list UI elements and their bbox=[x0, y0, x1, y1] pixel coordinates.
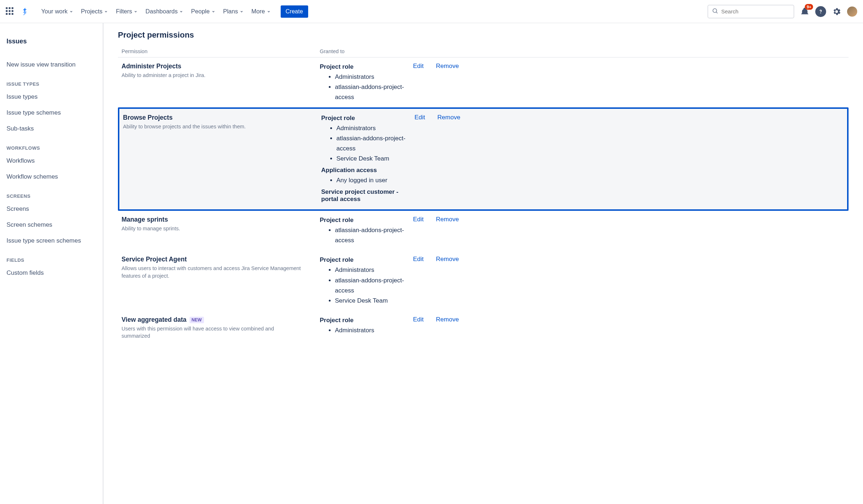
grant-heading: Project role bbox=[320, 63, 413, 71]
search-input[interactable] bbox=[721, 8, 790, 14]
header-icons: 9+ bbox=[799, 6, 857, 17]
notification-badge: 9+ bbox=[805, 4, 813, 10]
sidebar-heading: WORKFLOWS bbox=[7, 145, 96, 151]
svg-point-2 bbox=[821, 13, 821, 13]
sidebar-item-issue-types[interactable]: Issue types bbox=[7, 90, 96, 104]
sidebar-item-workflow-schemes[interactable]: Workflow schemes bbox=[7, 170, 96, 184]
sidebar: Issues New issue view transition ISSUE T… bbox=[0, 23, 103, 504]
grant-item: atlassian-addons-project-access bbox=[335, 276, 413, 296]
notifications-icon[interactable]: 9+ bbox=[799, 6, 810, 17]
sidebar-heading: FIELDS bbox=[7, 257, 96, 263]
remove-link[interactable]: Remove bbox=[436, 256, 459, 306]
remove-link[interactable]: Remove bbox=[436, 216, 459, 245]
grant-list: Administratorsatlassian-addons-project-a… bbox=[335, 72, 413, 102]
grant-item: Administrators bbox=[335, 325, 413, 336]
permission-desc: Ability to manage sprints. bbox=[122, 225, 302, 232]
permission-desc: Users with this permission will have acc… bbox=[122, 325, 302, 340]
nav-label: Your work bbox=[41, 8, 68, 15]
sidebar-item-custom-fields[interactable]: Custom fields bbox=[7, 266, 96, 280]
svg-point-0 bbox=[713, 9, 717, 13]
sidebar-item-workflows[interactable]: Workflows bbox=[7, 154, 96, 168]
grant-list: Administratorsatlassian-addons-project-a… bbox=[335, 265, 413, 306]
permission-row: Manage sprintsAbility to manage sprints.… bbox=[118, 211, 849, 251]
nav-label: Filters bbox=[116, 8, 132, 15]
sidebar-issues[interactable]: Issues bbox=[7, 34, 96, 49]
create-button[interactable]: Create bbox=[281, 5, 308, 18]
nav-more[interactable]: More bbox=[248, 6, 274, 17]
grant-heading: Service project customer - portal access bbox=[321, 188, 415, 203]
search-box[interactable] bbox=[707, 5, 794, 18]
sidebar-item-screen-schemes[interactable]: Screen schemes bbox=[7, 218, 96, 232]
grant-item: atlassian-addons-project-access bbox=[335, 225, 413, 245]
grant-heading: Project role bbox=[321, 115, 415, 122]
chevron-down-icon bbox=[69, 8, 73, 15]
permission-row: View aggregated dataNEWUsers with this p… bbox=[118, 311, 849, 345]
grant-item: Service Desk Team bbox=[335, 296, 413, 306]
permissions-table: Permission Granted to Administer Project… bbox=[118, 46, 849, 345]
grant-item: atlassian-addons-project-access bbox=[336, 133, 415, 154]
sidebar-item-sub-tasks[interactable]: Sub-tasks bbox=[7, 121, 96, 136]
grant-item: Any logged in user bbox=[336, 175, 415, 185]
remove-link[interactable]: Remove bbox=[436, 63, 459, 102]
permission-name: View aggregated dataNEW bbox=[122, 316, 320, 324]
sidebar-item-screens[interactable]: Screens bbox=[7, 202, 96, 216]
nav-dashboards[interactable]: Dashboards bbox=[142, 6, 187, 17]
remove-link[interactable]: Remove bbox=[436, 316, 459, 340]
grant-list: Administratorsatlassian-addons-project-a… bbox=[336, 123, 415, 164]
remove-link[interactable]: Remove bbox=[437, 114, 460, 204]
chevron-down-icon bbox=[134, 8, 137, 15]
top-nav: Your workProjectsFiltersDashboardsPeople… bbox=[0, 0, 863, 23]
nav-filters[interactable]: Filters bbox=[112, 6, 141, 17]
nav-your-work[interactable]: Your work bbox=[38, 6, 77, 17]
sidebar-item-issue-type-screen-schemes[interactable]: Issue type screen schemes bbox=[7, 234, 96, 248]
edit-link[interactable]: Edit bbox=[415, 114, 425, 204]
nav-plans[interactable]: Plans bbox=[220, 6, 247, 17]
settings-icon[interactable] bbox=[831, 6, 842, 17]
page-title: Project permissions bbox=[118, 30, 849, 40]
chevron-down-icon bbox=[212, 8, 215, 15]
permission-name: Manage sprints bbox=[122, 216, 320, 223]
grant-item: atlassian-addons-project-access bbox=[335, 82, 413, 102]
edit-link[interactable]: Edit bbox=[413, 256, 424, 306]
grant-item: Administrators bbox=[335, 72, 413, 82]
grant-list: Any logged in user bbox=[336, 175, 415, 185]
edit-link[interactable]: Edit bbox=[413, 216, 424, 245]
app-switcher-icon[interactable] bbox=[6, 7, 14, 16]
nav-items: Your workProjectsFiltersDashboardsPeople… bbox=[38, 6, 274, 17]
grant-heading: Application access bbox=[321, 167, 415, 174]
jira-logo[interactable] bbox=[20, 7, 30, 17]
edit-link[interactable]: Edit bbox=[413, 63, 424, 102]
chevron-down-icon bbox=[240, 8, 243, 15]
help-icon[interactable] bbox=[815, 6, 826, 17]
permission-desc: Ability to administer a project in Jira. bbox=[122, 72, 302, 79]
user-avatar[interactable] bbox=[847, 7, 857, 17]
col-permission-header: Permission bbox=[122, 48, 320, 54]
sidebar-item-issue-type-schemes[interactable]: Issue type schemes bbox=[7, 106, 96, 120]
permission-row: Browse ProjectsAbility to browse project… bbox=[118, 107, 849, 211]
search-icon bbox=[712, 8, 718, 16]
permission-row: Administer ProjectsAbility to administer… bbox=[118, 57, 849, 107]
sidebar-heading: ISSUE TYPES bbox=[7, 81, 96, 87]
chevron-down-icon bbox=[104, 8, 108, 15]
nav-projects[interactable]: Projects bbox=[77, 6, 112, 17]
sidebar-transition[interactable]: New issue view transition bbox=[7, 57, 96, 72]
nav-label: Plans bbox=[223, 8, 238, 15]
permission-name: Browse Projects bbox=[123, 114, 321, 121]
nav-label: Dashboards bbox=[145, 8, 178, 15]
edit-link[interactable]: Edit bbox=[413, 316, 424, 340]
grant-item: Administrators bbox=[335, 265, 413, 275]
chevron-down-icon bbox=[267, 8, 271, 15]
nav-people[interactable]: People bbox=[187, 6, 218, 17]
new-badge: NEW bbox=[190, 317, 204, 323]
chevron-down-icon bbox=[179, 8, 183, 15]
permission-row: Service Project AgentAllows users to int… bbox=[118, 251, 849, 311]
nav-label: More bbox=[251, 8, 265, 15]
table-header: Permission Granted to bbox=[118, 46, 849, 57]
col-granted-header: Granted to bbox=[320, 48, 413, 54]
grant-list: atlassian-addons-project-access bbox=[335, 225, 413, 245]
permission-desc: Ability to browse projects and the issue… bbox=[123, 123, 304, 130]
nav-label: People bbox=[191, 8, 209, 15]
grant-item: Service Desk Team bbox=[336, 154, 415, 164]
grant-heading: Project role bbox=[320, 317, 413, 324]
grant-list: Administrators bbox=[335, 325, 413, 336]
